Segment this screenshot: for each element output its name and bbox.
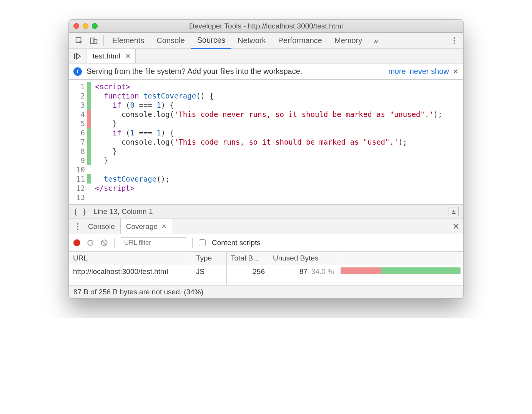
file-tab-test-html[interactable]: test.html ✕ xyxy=(86,49,136,63)
url-filter-input[interactable] xyxy=(121,237,186,248)
col-header-total[interactable]: Total B… xyxy=(227,252,269,265)
reload-icon[interactable] xyxy=(86,239,94,247)
col-header-bar xyxy=(338,252,463,265)
drawer-menu-icon[interactable] xyxy=(73,223,83,230)
drawer-tabstrip: ConsoleCoverage✕ ✕ xyxy=(69,219,463,234)
more-tabs-button[interactable]: » xyxy=(368,33,384,48)
coverage-summary-text: 87 B of 256 B bytes are not used. (34%) xyxy=(73,288,203,296)
infobar-more-link[interactable]: more xyxy=(388,67,406,76)
close-tab-icon[interactable]: ✕ xyxy=(125,52,131,60)
divider xyxy=(192,238,193,248)
col-header-unused[interactable]: Unused Bytes xyxy=(269,252,338,265)
table-row[interactable]: http://localhost:3000/test.htmlJS2568734… xyxy=(69,265,463,285)
svg-point-5 xyxy=(454,43,455,44)
close-tab-icon[interactable]: ✕ xyxy=(161,223,166,230)
minimize-window-button[interactable] xyxy=(83,23,88,29)
divider xyxy=(446,35,446,46)
table-header-row: URL Type Total B… Unused Bytes xyxy=(69,252,463,265)
line-number-gutter: 12345678910111213 xyxy=(69,80,87,204)
zoom-window-button[interactable] xyxy=(92,23,98,29)
tab-console[interactable]: Console xyxy=(150,33,191,48)
clear-icon[interactable] xyxy=(100,239,108,247)
coverage-table: URL Type Total B… Unused Bytes http://lo… xyxy=(69,251,463,285)
debugger-resume-icon[interactable] xyxy=(69,49,86,63)
main-tabstrip: ElementsConsoleSourcesNetworkPerformance… xyxy=(69,33,463,49)
infobar-never-show-link[interactable]: never show xyxy=(410,67,449,76)
svg-point-8 xyxy=(77,226,78,227)
svg-point-4 xyxy=(454,40,455,42)
file-tab-label: test.html xyxy=(93,52,120,60)
infobar-message: Serving from the file system? Add your f… xyxy=(86,67,302,76)
content-scripts-label: Content scripts xyxy=(212,239,261,247)
drawer-tab-console[interactable]: Console xyxy=(83,219,120,234)
editor-statusbar: { } Line 13, Column 1 xyxy=(69,204,463,219)
svg-rect-1 xyxy=(91,38,95,43)
tab-network[interactable]: Network xyxy=(231,33,272,48)
code-area[interactable]: <script> function testCoverage() { if (0… xyxy=(91,80,463,204)
window-controls xyxy=(73,23,98,29)
divider xyxy=(103,35,104,46)
tab-elements[interactable]: Elements xyxy=(106,33,150,48)
divider xyxy=(114,238,115,248)
workspace-infobar: i Serving from the file system? Add your… xyxy=(69,63,463,80)
coverage-summary-bar: 87 B of 256 B bytes are not used. (34%) xyxy=(69,285,463,298)
collapse-pane-icon[interactable] xyxy=(449,207,459,216)
cursor-position: Line 13, Column 1 xyxy=(93,207,153,216)
content-scripts-checkbox[interactable] xyxy=(199,239,206,246)
close-window-button[interactable] xyxy=(73,23,79,29)
window-title: Developer Tools - http://localhost:3000/… xyxy=(69,22,463,30)
inspect-element-icon[interactable] xyxy=(72,33,86,48)
settings-menu-icon[interactable] xyxy=(449,33,460,48)
svg-rect-2 xyxy=(94,39,97,43)
record-button[interactable] xyxy=(73,239,80,246)
titlebar: Developer Tools - http://localhost:3000/… xyxy=(69,20,463,33)
tab-sources[interactable]: Sources xyxy=(191,33,231,49)
infobar-close-icon[interactable]: ✕ xyxy=(453,67,459,76)
svg-point-9 xyxy=(77,229,78,230)
pretty-print-icon[interactable]: { } xyxy=(73,207,86,216)
device-toolbar-icon[interactable] xyxy=(86,33,101,48)
devtools-window: Developer Tools - http://localhost:3000/… xyxy=(68,19,464,299)
drawer-tab-coverage[interactable]: Coverage✕ xyxy=(120,219,172,234)
open-files-tabstrip: test.html ✕ xyxy=(69,49,463,63)
col-header-url[interactable]: URL xyxy=(69,252,192,265)
info-icon: i xyxy=(73,67,82,76)
svg-rect-6 xyxy=(74,53,75,59)
col-header-type[interactable]: Type xyxy=(192,252,227,265)
tab-performance[interactable]: Performance xyxy=(272,33,329,48)
tab-memory[interactable]: Memory xyxy=(328,33,368,48)
svg-point-7 xyxy=(77,223,78,225)
drawer-close-icon[interactable]: ✕ xyxy=(452,222,459,232)
svg-point-3 xyxy=(454,37,455,39)
coverage-gutter xyxy=(87,80,91,204)
coverage-toolbar: Content scripts xyxy=(69,234,463,251)
source-editor[interactable]: 12345678910111213 <script> function test… xyxy=(69,80,463,204)
